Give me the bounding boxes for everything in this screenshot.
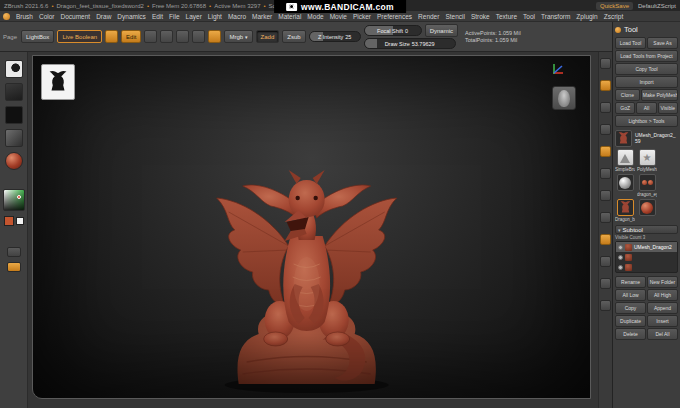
import-button[interactable]: Import (615, 76, 678, 88)
menu-item[interactable]: Dynamics (114, 13, 149, 20)
menu-item[interactable]: Stroke (468, 13, 493, 20)
subtool-section-header[interactable]: ▾ Subtool (615, 225, 678, 234)
menu-item[interactable]: Transform (538, 13, 573, 20)
color-picker[interactable] (3, 189, 25, 211)
menu-item[interactable]: Movie (327, 13, 350, 20)
tray-widget-icon[interactable] (600, 234, 611, 245)
z-intensity-slider[interactable]: Z Intensity 25 (309, 31, 361, 42)
document-thumbnail[interactable] (41, 64, 75, 100)
switch-color-icon[interactable] (7, 262, 21, 272)
tray-widget-icon[interactable] (600, 168, 611, 179)
tool-thumb-dragon-base[interactable] (617, 199, 634, 216)
tool-palette-header[interactable]: Tool (615, 24, 678, 35)
subtool-action-button[interactable]: Insert (647, 315, 678, 327)
make-polymesh3d-button[interactable]: Make PolyMesh3D (641, 89, 678, 101)
menu-item[interactable]: Draw (93, 13, 114, 20)
menu-item[interactable]: Color (36, 13, 58, 20)
current-brush-icon[interactable] (5, 60, 23, 78)
menu-item[interactable]: Document (58, 13, 94, 20)
sculpt-canvas[interactable] (32, 55, 591, 399)
move-mode-icon[interactable] (160, 30, 173, 43)
menu-item[interactable]: Picker (350, 13, 374, 20)
menu-item[interactable]: Layer (183, 13, 205, 20)
zbrush-logo-icon[interactable] (3, 13, 10, 20)
subtool-action-button[interactable]: Del All (647, 328, 678, 340)
material-sphere-icon[interactable] (5, 152, 23, 170)
load-tools-from-project-button[interactable]: Load Tools from Project (615, 50, 678, 62)
menu-item[interactable]: Material (275, 13, 304, 20)
head-preview-icon[interactable] (552, 86, 576, 110)
tool-thumb-sphere[interactable] (617, 174, 634, 191)
menu-item[interactable]: Light (205, 13, 225, 20)
menu-item[interactable]: Stencil (442, 13, 468, 20)
rotate-mode-icon[interactable] (192, 30, 205, 43)
tray-widget-icon[interactable] (600, 58, 611, 69)
sculptris-pro-icon[interactable] (208, 30, 221, 43)
subtool-action-button[interactable]: Append (647, 302, 678, 314)
menu-item[interactable]: Brush (13, 13, 36, 20)
quicksave-button[interactable]: QuickSave (596, 2, 633, 10)
tool-thumb-sphere-red[interactable] (639, 199, 656, 216)
projection-master-icon[interactable] (105, 30, 118, 43)
tool-thumb-polymesh3d[interactable]: ★ (639, 149, 656, 166)
subtool-row[interactable] (616, 252, 677, 262)
draw-mode-icon[interactable] (144, 30, 157, 43)
mrgb-button[interactable]: Mrgb (224, 30, 252, 43)
orientation-axis-icon[interactable] (550, 62, 566, 76)
save-as-button[interactable]: Save As (647, 37, 678, 49)
tool-thumb-dragon-eyes[interactable] (639, 174, 656, 191)
draw-size-slider[interactable]: Draw Size 53.79629 (364, 38, 456, 49)
tray-widget-icon[interactable] (600, 80, 611, 91)
focal-shift-slider[interactable]: Focal Shift 0 (364, 25, 422, 36)
zadd-button[interactable]: Zadd (256, 30, 280, 43)
menu-item[interactable]: File (166, 13, 182, 20)
menu-item[interactable]: Zscript (601, 13, 627, 20)
menu-item[interactable]: Preferences (374, 13, 415, 20)
subtool-action-button[interactable]: New Folder (647, 276, 678, 288)
texture-icon[interactable] (5, 129, 23, 147)
current-tool-thumbnail[interactable] (615, 130, 632, 147)
tool-thumb-simplebrush[interactable] (617, 149, 634, 166)
menu-item[interactable]: Tool (520, 13, 538, 20)
subtool-action-button[interactable]: Copy (615, 302, 646, 314)
edit-button[interactable]: Edit (121, 30, 141, 43)
tray-widget-icon[interactable] (600, 124, 611, 135)
menu-item[interactable]: Macro (225, 13, 249, 20)
zsub-button[interactable]: Zsub (282, 30, 305, 43)
menu-item[interactable]: Mode (304, 13, 326, 20)
load-tool-button[interactable]: Load Tool (615, 37, 646, 49)
subtool-row[interactable] (616, 262, 677, 272)
scale-mode-icon[interactable] (176, 30, 189, 43)
secondary-color-swatch[interactable] (16, 217, 24, 225)
eye-icon[interactable] (618, 255, 623, 260)
all-button[interactable]: All (636, 102, 656, 114)
main-color-swatch[interactable] (4, 216, 14, 226)
lightbox-tools-button[interactable]: Lightbox > Tools (615, 115, 678, 127)
default-zscript-label[interactable]: DefaultZScript (638, 3, 676, 9)
gradient-toggle-icon[interactable] (7, 247, 21, 257)
visible-button[interactable]: Visible (658, 102, 678, 114)
tray-widget-icon[interactable] (600, 146, 611, 157)
menu-item[interactable]: Render (415, 13, 442, 20)
menu-item[interactable]: Texture (493, 13, 520, 20)
tray-widget-icon[interactable] (600, 256, 611, 267)
menu-item[interactable]: Marker (249, 13, 275, 20)
copy-tool-button[interactable]: Copy Tool (615, 63, 678, 75)
eye-icon[interactable] (618, 245, 623, 250)
tray-widget-icon[interactable] (600, 212, 611, 223)
lightbox-button[interactable]: LightBox (21, 30, 54, 43)
menu-item[interactable]: Edit (149, 13, 166, 20)
subtool-action-button[interactable]: All Low (615, 289, 646, 301)
subtool-row-selected[interactable]: UMesh_Dragon2 (616, 242, 677, 252)
subtool-action-button[interactable]: Rename (615, 276, 646, 288)
alpha-icon[interactable] (5, 106, 23, 124)
tray-widget-icon[interactable] (600, 190, 611, 201)
clone-button[interactable]: Clone (615, 89, 640, 101)
subtool-action-button[interactable]: Delete (615, 328, 646, 340)
dynamic-button[interactable]: Dynamic (425, 24, 458, 37)
goz-button[interactable]: GoZ (615, 102, 635, 114)
subtool-action-button[interactable]: Duplicate (615, 315, 646, 327)
palette-menu-icon[interactable] (615, 27, 621, 33)
tray-widget-icon[interactable] (600, 102, 611, 113)
tray-widget-icon[interactable] (600, 300, 611, 311)
